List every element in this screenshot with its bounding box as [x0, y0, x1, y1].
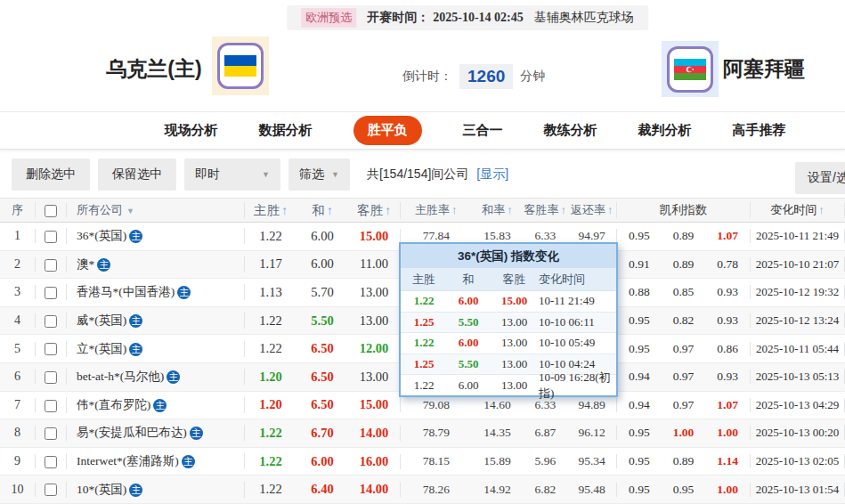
popup-odds-value: 6.00	[447, 336, 490, 350]
row-checkbox[interactable]	[45, 371, 57, 384]
away-flag-card	[662, 41, 719, 97]
odds-value: 13.00	[348, 285, 400, 300]
home-bookmaker-icon: 主	[177, 286, 191, 299]
company-name[interactable]: Interwet*(塞浦路斯)主	[67, 453, 245, 469]
settings-button[interactable]: 设置/选择	[795, 162, 845, 194]
filter-dropdown[interactable]: 筛选 ▼	[288, 159, 350, 191]
tab-3[interactable]: 胜平负	[353, 116, 422, 145]
odds-value: 1.22	[245, 426, 297, 441]
row-checkbox[interactable]	[45, 315, 57, 328]
row-seq: 7	[0, 398, 36, 412]
show-link[interactable]: [显示]	[476, 167, 508, 183]
table-row: 8易*(安提瓜和巴布达)主1.226.7014.0078.7914.356.87…	[0, 419, 845, 448]
col-header-away-rate[interactable]: 客胜率↑	[523, 202, 567, 218]
row-seq: 8	[0, 426, 36, 440]
home-bookmaker-icon: 主	[190, 427, 203, 440]
home-bookmaker-icon: 主	[153, 399, 167, 412]
tab-7[interactable]: 高手推荐	[733, 122, 786, 139]
company-name[interactable]: 香港马*(中国香港)主	[67, 284, 245, 300]
home-bookmaker-icon: 主	[182, 455, 195, 468]
row-checkbox[interactable]	[45, 456, 57, 468]
row-checkbox[interactable]	[45, 343, 57, 355]
delete-selected-button[interactable]: 删除选中	[12, 159, 90, 191]
keep-selected-button[interactable]: 保留选中	[98, 159, 176, 191]
row-checkbox-cell	[36, 313, 67, 329]
change-time: 2025-10-13 00:20	[751, 426, 845, 440]
odds-value: 16.00	[348, 454, 400, 469]
popup-row: 1.226.0013.0010-10 05:49	[401, 333, 616, 354]
kickoff-label: 开赛时间：	[367, 10, 429, 26]
col-header-away-win[interactable]: 客胜↑	[348, 202, 400, 219]
kelly-value: 1.07	[705, 229, 750, 243]
tab-1[interactable]: 现场分析	[165, 122, 218, 139]
popup-row: 1.255.5013.0010-10 06:11	[401, 313, 616, 334]
odds-value: 14.00	[348, 482, 400, 497]
row-checkbox-cell	[36, 425, 67, 441]
odds-value: 1.20	[245, 370, 297, 385]
ukraine-flag-icon	[217, 43, 264, 89]
row-checkbox-cell	[36, 256, 67, 272]
change-time: 2025-10-13 01:54	[751, 483, 845, 497]
col-header-payout-rate[interactable]: 返还率↑	[567, 202, 616, 218]
company-name[interactable]: 澳*主	[67, 256, 245, 272]
row-checkbox[interactable]	[45, 231, 57, 243]
odds-value: 6.70	[297, 426, 348, 441]
popup-odds-value: 13.00	[490, 378, 539, 393]
odds-value: 15.00	[348, 397, 400, 412]
rate-value: 94.97	[567, 229, 616, 243]
col-header-change-time[interactable]: 变化时间↑	[751, 202, 845, 218]
company-name[interactable]: 威*(英国)主	[67, 313, 245, 329]
company-name[interactable]: 伟*(直布罗陀)主	[67, 397, 245, 413]
odds-value: 5.70	[297, 285, 348, 300]
row-checkbox[interactable]	[45, 287, 57, 299]
col-header-draw-rate[interactable]: 和率↑	[472, 202, 524, 218]
home-bookmaker-icon: 主	[129, 484, 142, 497]
azerbaijan-flag-icon	[667, 46, 713, 93]
chevron-down-icon: ▼	[331, 170, 339, 179]
toolbar: 删除选中 保留选中 即时 ▼ 筛选 ▼ 共[154/154]间公司 [显示] 设…	[0, 154, 845, 195]
popup-col-header: 和	[447, 272, 490, 288]
kelly-value: 0.95	[617, 313, 662, 328]
row-checkbox[interactable]	[45, 259, 57, 272]
chevron-down-icon: ▼	[126, 207, 134, 215]
odds-value: 6.40	[297, 482, 348, 497]
company-name[interactable]: bet-at-h*(马尔他)主	[67, 369, 245, 385]
company-name[interactable]: 36*(英国)主	[67, 228, 245, 244]
row-checkbox[interactable]	[45, 400, 57, 412]
row-seq: 10	[0, 483, 36, 497]
away-team-name: 阿塞拜疆	[723, 55, 805, 83]
company-name[interactable]: 易*(安提瓜和巴布达)主	[67, 425, 245, 441]
instant-dropdown[interactable]: 即时 ▼	[184, 159, 280, 191]
col-header-draw[interactable]: 和↑	[297, 202, 348, 219]
sort-asc-icon: ↑	[385, 203, 391, 217]
tab-6[interactable]: 裁判分析	[638, 122, 692, 139]
tab-4[interactable]: 三合一	[463, 122, 503, 139]
rate-value: 77.84	[401, 229, 472, 243]
rate-value: 14.60	[472, 398, 524, 412]
col-header-company[interactable]: 所有公司▼	[67, 202, 245, 218]
kelly-value: 1.00	[705, 426, 750, 440]
odds-value: 6.50	[297, 397, 348, 412]
rate-value: 15.83	[472, 229, 524, 243]
rate-value: 79.08	[401, 398, 472, 412]
sort-asc-icon: ↑	[451, 203, 458, 216]
col-header-home-rate[interactable]: 主胜率↑	[401, 202, 472, 218]
company-name[interactable]: 10*(英国)主	[67, 482, 245, 498]
nav-tabs: 现场分析数据分析胜平负三合一教练分析裁判分析高手推荐	[0, 111, 845, 150]
row-seq: 6	[0, 370, 36, 384]
row-checkbox[interactable]	[45, 484, 57, 496]
select-all-checkbox[interactable]	[45, 205, 57, 217]
company-name[interactable]: 立*(英国)主	[67, 341, 245, 357]
popup-title: 36*(英国) 指数变化	[401, 244, 616, 268]
sort-asc-icon: ↑	[607, 203, 613, 216]
row-checkbox-cell	[36, 453, 67, 469]
popup-body: 1.226.0015.0010-11 21:491.255.5013.0010-…	[401, 291, 616, 395]
tab-2[interactable]: 数据分析	[259, 122, 313, 139]
home-bookmaker-icon: 主	[129, 343, 142, 356]
table-row: 9Interwet*(塞浦路斯)主1.226.0016.0078.1515.89…	[0, 448, 845, 476]
tab-5[interactable]: 教练分析	[544, 122, 597, 139]
row-checkbox[interactable]	[45, 427, 57, 440]
kelly-value: 0.94	[617, 398, 662, 412]
countdown-label: 倒计时：	[402, 69, 452, 85]
col-header-home-win[interactable]: 主胜↑	[245, 202, 297, 219]
